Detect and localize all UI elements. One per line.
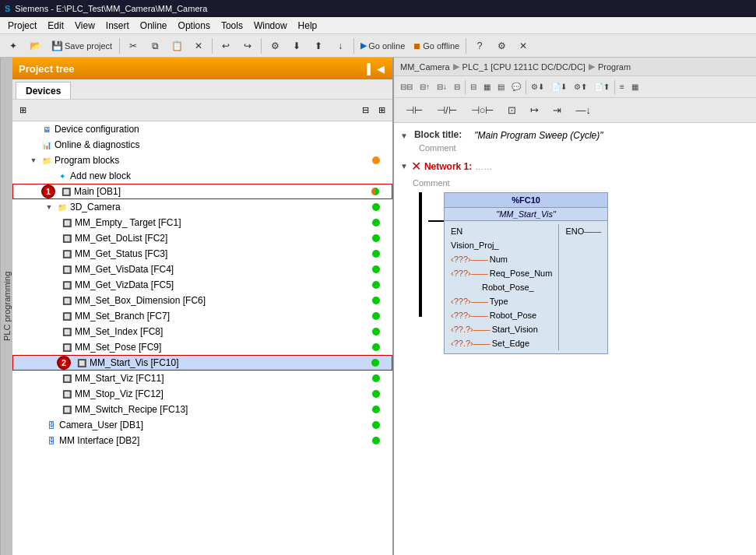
download-button[interactable]: ⬇ <box>287 38 307 54</box>
breadcrumb-sep2: ▶ <box>589 61 595 72</box>
db2-label: MM Interface [DB2] <box>59 435 139 446</box>
fc5-icon: 🔲 <box>61 279 73 291</box>
rt-btn-3[interactable]: ⊟↓ <box>434 80 450 93</box>
new-button[interactable]: ✦ <box>3 38 23 54</box>
device-config-icon: 🖥 <box>40 123 53 135</box>
rt-btn-8[interactable]: 💬 <box>508 80 524 93</box>
expand-online-diag[interactable] <box>28 139 39 150</box>
tree-item-main-ob1[interactable]: 1 🔲 Main [OB1] <box>12 184 392 199</box>
menu-project[interactable]: Project <box>3 19 41 33</box>
rt-btn-9[interactable]: ⚙⬇ <box>528 80 547 93</box>
fc4-icon: 🔲 <box>61 263 73 276</box>
expand-3d-camera[interactable]: ▼ <box>44 202 55 213</box>
close-all-button[interactable]: ✕ <box>513 38 533 54</box>
ladder-box[interactable]: ⊡ <box>502 101 522 119</box>
save-button[interactable]: 💾 Save project <box>47 38 116 54</box>
tree-item-add-new-block[interactable]: ✦ Add new block <box>12 168 392 184</box>
rt-btn-2[interactable]: ⊟↑ <box>417 80 433 93</box>
fc-block-title: "MM_Start_Vis" <box>445 208 607 221</box>
menu-view[interactable]: View <box>70 19 100 33</box>
menu-options[interactable]: Options <box>174 19 215 33</box>
fc6-status <box>372 297 380 304</box>
rt-btn-5[interactable]: ⊟ <box>467 80 480 93</box>
ladder-contact-nc[interactable]: ⊣/⊢ <box>431 101 462 119</box>
cut-button[interactable]: ✂ <box>123 38 143 54</box>
tree-item-3d-camera[interactable]: ▼ 📁 3D_Camera <box>12 199 392 215</box>
upload-button[interactable]: ⬆ <box>308 38 329 54</box>
tree-item-db2[interactable]: 🗄 MM Interface [DB2] <box>12 433 392 448</box>
settings-button[interactable]: ⚙ <box>491 38 512 54</box>
tree-item-fc5[interactable]: 🔲 MM_Get_VizData [FC5] <box>12 277 392 293</box>
ladder-connector[interactable]: —↓ <box>570 101 596 119</box>
compile-icon: ⚙ <box>269 40 281 52</box>
fc-block-name: %FC10 <box>445 193 607 208</box>
panel-arrow-button[interactable]: ◀ <box>375 63 386 75</box>
tree-item-fc7[interactable]: 🔲 MM_Set_Branch [FC7] <box>12 308 392 324</box>
menu-help[interactable]: Help <box>294 19 322 33</box>
rt-btn-6[interactable]: ▦ <box>480 80 494 93</box>
network-dots: …… <box>475 162 492 171</box>
menu-online[interactable]: Online <box>135 19 172 33</box>
badge-1: 1 <box>41 184 55 198</box>
ladder-contact-no[interactable]: ⊣⊢ <box>400 101 428 119</box>
expand-program-blocks[interactable]: ▼ <box>28 155 39 166</box>
tree-item-db1[interactable]: 🗄 Camera_User [DB1] <box>12 417 392 433</box>
expand-device-config[interactable] <box>28 124 39 135</box>
plc-side-tab[interactable]: PLC programming <box>0 58 12 555</box>
tree-item-fc13[interactable]: 🔲 MM_Switch_Recipe [FC13] <box>12 402 392 417</box>
go-online-button[interactable]: ▶ Go online <box>357 39 408 52</box>
rt-btn-11[interactable]: ⚙⬆ <box>571 80 590 93</box>
menu-window[interactable]: Window <box>249 19 292 33</box>
tree-item-fc11[interactable]: 🔲 MM_Start_Viz [FC11] <box>12 371 392 386</box>
compile-button[interactable]: ⚙ <box>265 38 285 54</box>
menu-tools[interactable]: Tools <box>216 19 248 33</box>
copy-button[interactable]: ⧉ <box>145 38 165 54</box>
undo-button[interactable]: ↩ <box>216 38 236 54</box>
delete-button[interactable]: ✕ <box>188 38 209 54</box>
rt-btn-1[interactable]: ⊟⊟ <box>397 80 416 93</box>
open-button[interactable]: 📂 <box>25 38 45 54</box>
paste-button[interactable]: 📋 <box>167 38 187 54</box>
tree-item-fc4[interactable]: 🔲 MM_Get_VisData [FC4] <box>12 262 392 277</box>
rt-btn-7[interactable]: ▤ <box>494 80 508 93</box>
tree-item-program-blocks[interactable]: ▼ 📁 Program blocks <box>12 153 392 168</box>
menu-insert[interactable]: Insert <box>101 19 134 33</box>
copy-icon: ⧉ <box>149 40 161 52</box>
tree-item-fc12[interactable]: 🔲 MM_Stop_Viz [FC12] <box>12 386 392 402</box>
tree-item-fc10[interactable]: 2 🔲 MM_Start_Vis [FC10] <box>12 355 392 371</box>
tree-item-fc8[interactable]: 🔲 MM_Set_Index [FC8] <box>12 324 392 339</box>
tree-view2-btn[interactable]: ⊞ <box>374 103 389 118</box>
rt-btn-14[interactable]: ▦ <box>628 80 642 93</box>
ladder-coil[interactable]: ⊣○⊢ <box>466 101 500 119</box>
help-icon: ? <box>473 40 486 52</box>
ladder-branch-close[interactable]: ⇥ <box>547 101 567 119</box>
panel-pin-button[interactable]: ▐ <box>362 63 372 75</box>
tree-item-fc3[interactable]: 🔲 MM_Get_Status [FC3] <box>12 246 392 262</box>
block-expand-arrow[interactable]: ▼ <box>400 132 408 140</box>
redo-button[interactable]: ↪ <box>237 38 258 54</box>
menu-edit[interactable]: Edit <box>43 19 69 33</box>
ladder-diagram: %FC10 "MM_Start_Vis" EN Vision_Proj_ <box>413 192 750 354</box>
tree-item-fc1[interactable]: 🔲 MM_Empty_ Target [FC1] <box>12 215 392 230</box>
go-offline-button[interactable]: ⏹ Go offline <box>410 40 462 52</box>
tree-content[interactable]: 🖥 Device configuration 📊 Online & diagno… <box>12 121 392 555</box>
tree-item-fc2[interactable]: 🔲 MM_Get_DoList [FC2] <box>12 230 392 246</box>
ladder-branch-open[interactable]: ↦ <box>525 101 544 119</box>
download2-button[interactable]: ↓ <box>330 38 350 54</box>
tree-item-device-config[interactable]: 🖥 Device configuration <box>12 121 392 137</box>
devices-tab[interactable]: Devices <box>16 82 71 99</box>
rt-btn-12[interactable]: 📄⬆ <box>591 80 613 93</box>
tree-grid-btn[interactable]: ⊞ <box>16 103 30 118</box>
help-button[interactable]: ? <box>469 38 490 54</box>
tree-item-online-diag[interactable]: 📊 Online & diagnostics <box>12 137 392 153</box>
rt-btn-4[interactable]: ⊟ <box>451 80 463 93</box>
fc-pins-right: ENO —— <box>559 221 607 353</box>
rt-btn-10[interactable]: 📄⬇ <box>548 80 570 93</box>
tree-item-fc9[interactable]: 🔲 MM_Set_Pose [FC9] <box>12 339 392 355</box>
rt-btn-13[interactable]: ≡ <box>617 80 628 93</box>
fc-pin-en: EN <box>451 224 552 238</box>
tree-item-fc6[interactable]: 🔲 MM_Set_Box_Dimension [FC6] <box>12 293 392 308</box>
tree-view1-btn[interactable]: ⊟ <box>358 103 373 118</box>
network-expand[interactable]: ▼ <box>400 162 408 170</box>
editor-area[interactable]: ▼ Block title: "Main Program Sweep (Cycl… <box>394 123 756 555</box>
